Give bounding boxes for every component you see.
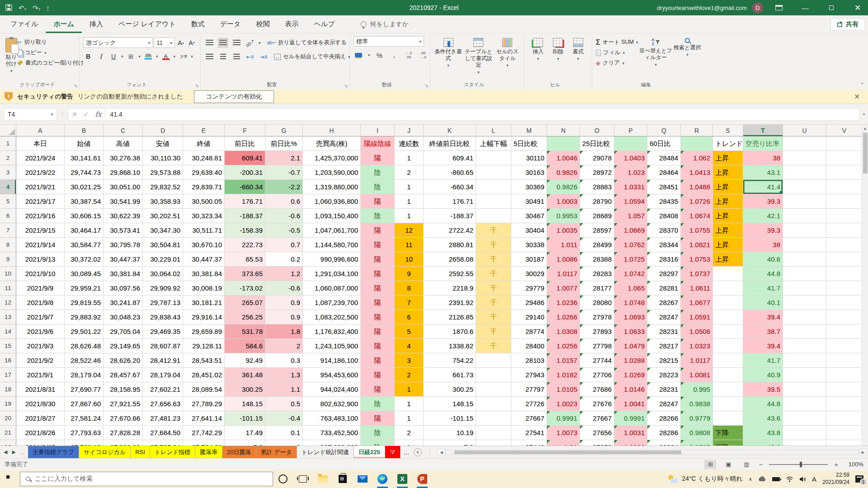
font-dialog-launcher-icon[interactable]: ⇘ <box>195 83 199 88</box>
cell-N20[interactable]: 0.9991 <box>547 411 580 426</box>
show-hidden-icons[interactable]: ∧ <box>749 476 752 482</box>
volume-icon[interactable] <box>799 476 806 482</box>
cell-U16[interactable] <box>783 353 826 368</box>
cell-A7[interactable]: 2021/9/15 <box>16 223 65 238</box>
bold-button[interactable]: B <box>83 52 93 61</box>
autosum-button[interactable]: Σオート SUM▾ <box>596 37 638 47</box>
cell-D19[interactable]: 27,656.63 <box>143 397 183 411</box>
cell-A5[interactable]: 2021/9/17 <box>16 194 65 209</box>
cell-O19[interactable]: 27676 <box>580 397 614 411</box>
sheet-tab-累計 データ[interactable]: 累計 データ <box>256 446 297 458</box>
cell-H3[interactable]: 1,203,590,000 <box>303 165 361 180</box>
cell-G4[interactable]: -2.2 <box>265 180 303 194</box>
sheet-tab-RSI[interactable]: RSI <box>131 446 150 458</box>
cell-M15[interactable]: 28400 <box>511 339 547 353</box>
cell-V7[interactable] <box>826 223 862 238</box>
cell-M1[interactable]: 5日比較 <box>511 136 547 151</box>
cell-U11[interactable] <box>783 281 826 296</box>
cell-N2[interactable]: 1.0046 <box>547 151 580 165</box>
cell-C18[interactable]: 28,158.95 <box>104 382 143 397</box>
cell-A1[interactable]: 本日 <box>16 136 65 151</box>
cell-M17[interactable]: 27943 <box>511 368 547 382</box>
formula-input[interactable]: 41.4 <box>105 108 860 121</box>
cortana-button[interactable] <box>273 470 293 488</box>
cell-J9[interactable]: 10 <box>395 252 424 267</box>
cell-U14[interactable] <box>783 324 826 339</box>
cell-U20[interactable] <box>783 411 826 426</box>
cell-J5[interactable]: 1 <box>395 194 424 209</box>
decrease-indent-icon[interactable]: ⇤≡ <box>245 52 255 62</box>
cell-L20[interactable] <box>476 411 511 426</box>
cell-T2[interactable]: 38 <box>743 151 783 165</box>
cell-M8[interactable]: 30338 <box>511 238 547 252</box>
column-header-T[interactable]: T <box>743 125 783 136</box>
sheet-tab-トレンド指標[interactable]: トレンド指標 <box>150 446 195 458</box>
cell-K7[interactable]: 2722.42 <box>424 223 476 238</box>
sheet-tab-主要指標グラフ[interactable]: 主要指標グラフ <box>28 446 79 458</box>
row-header-15[interactable]: 15 <box>0 339 16 353</box>
cell-C14[interactable]: 29,705.04 <box>104 324 143 339</box>
cell-V14[interactable] <box>826 324 862 339</box>
cell-S14[interactable] <box>713 324 743 339</box>
row-header-12[interactable]: 12 <box>0 296 16 310</box>
cell-V18[interactable] <box>826 382 862 397</box>
cell-T9[interactable]: 40.6 <box>743 252 783 267</box>
format-painter-button[interactable]: 書式のコピー/貼り付け <box>17 58 84 68</box>
cell-V5[interactable] <box>826 194 862 209</box>
sheet-tab-トレンド統計関連[interactable]: トレンド統計関連 <box>297 446 354 458</box>
cell-P18[interactable]: 1.0146 <box>614 382 647 397</box>
select-all-corner[interactable] <box>0 125 16 136</box>
cancel-formula-icon[interactable]: ✕ <box>72 111 77 118</box>
cell-E22[interactable]: 27,724.80 <box>183 440 225 446</box>
cell-D11[interactable]: 29,909.92 <box>143 281 183 296</box>
cell-U2[interactable] <box>783 151 826 165</box>
cell-M9[interactable]: 30187 <box>511 252 547 267</box>
cell-U6[interactable] <box>783 209 826 223</box>
cell-P19[interactable]: 1.0041 <box>614 397 647 411</box>
cell-I9[interactable]: 陽 <box>361 252 395 267</box>
cell-I22[interactable]: 陰 <box>361 440 395 446</box>
cell-Q7[interactable]: 28370 <box>647 223 681 238</box>
cell-K3[interactable]: -860.65 <box>424 165 476 180</box>
cell-Q1[interactable]: 60日比 <box>647 136 681 151</box>
insert-function-icon[interactable]: fx <box>95 110 101 118</box>
tab-page-layout[interactable]: ページ レイアウト <box>111 15 184 33</box>
cell-S1[interactable]: トレンド <box>713 136 743 151</box>
cell-L16[interactable] <box>476 353 511 368</box>
column-header-K[interactable]: K <box>424 125 476 136</box>
cell-D3[interactable]: 29,573.88 <box>143 165 183 180</box>
cell-A14[interactable]: 2021/9/6 <box>16 324 65 339</box>
ribbon-display-options-icon[interactable] <box>769 0 789 15</box>
cell-M21[interactable]: 27541 <box>511 426 547 440</box>
cell-Q22[interactable]: 28304 <box>647 440 681 446</box>
cell-O20[interactable]: 27667 <box>580 411 614 426</box>
column-header-D[interactable]: D <box>143 125 183 136</box>
cell-O14[interactable]: 27893 <box>580 324 614 339</box>
row-header-7[interactable]: 7 <box>0 223 16 238</box>
delete-cells-button[interactable]: 削除▾ <box>548 36 568 80</box>
cell-T22[interactable]: 43.8 <box>743 440 783 446</box>
cell-B13[interactable]: 29,883.92 <box>65 310 104 324</box>
cell-M14[interactable]: 28774 <box>511 324 547 339</box>
cell-B14[interactable]: 29,501.22 <box>65 324 104 339</box>
cell-L2[interactable] <box>476 151 511 165</box>
cell-V6[interactable] <box>826 209 862 223</box>
cell-F11[interactable]: -173.02 <box>225 281 265 296</box>
italic-button[interactable]: I <box>96 52 106 61</box>
align-top-icon[interactable] <box>204 38 214 48</box>
cell-T6[interactable]: 42.1 <box>743 209 783 223</box>
cell-T10[interactable]: 44.8 <box>743 267 783 281</box>
cell-T11[interactable]: 41.7 <box>743 281 783 296</box>
cell-J16[interactable]: 3 <box>395 353 424 368</box>
column-header-L[interactable]: L <box>476 125 511 136</box>
sheet-tab-騰落率[interactable]: 騰落率 <box>195 446 222 458</box>
cell-B1[interactable]: 始値 <box>65 136 104 151</box>
alignment-dialog-launcher-icon[interactable]: ⇘ <box>344 83 348 88</box>
cell-Q14[interactable]: 28231 <box>647 324 681 339</box>
cell-P21[interactable]: 1.0031 <box>614 426 647 440</box>
cell-G16[interactable]: 0.3 <box>265 353 303 368</box>
cell-L13[interactable]: 千 <box>476 310 511 324</box>
cell-I12[interactable]: 陽 <box>361 296 395 310</box>
cell-R1[interactable] <box>681 136 713 151</box>
cell-J20[interactable]: 1 <box>395 411 424 426</box>
